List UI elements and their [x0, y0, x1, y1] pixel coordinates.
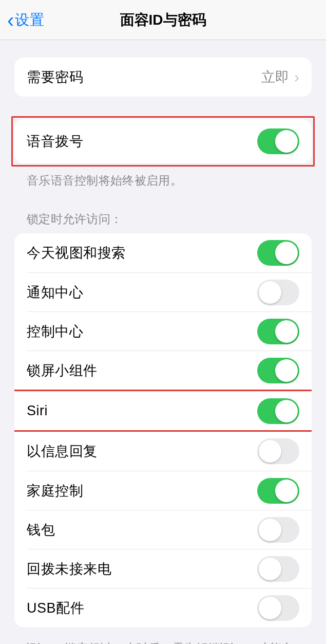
toggle-knob — [259, 519, 281, 541]
lock-access-toggle[interactable] — [257, 595, 299, 621]
lock-access-label: 锁屏小组件 — [27, 361, 98, 380]
lock-access-label: 家庭控制 — [27, 482, 83, 500]
require-passcode-value: 立即 — [261, 68, 289, 86]
lock-access-label: 今天视图和搜索 — [27, 244, 126, 262]
lock-access-row: 回拨未接来电 — [27, 549, 312, 588]
toggle-knob — [259, 558, 281, 580]
lock-access-row: USB配件 — [27, 588, 312, 627]
lock-access-row: 以信息回复 — [14, 432, 312, 471]
nav-bar: ‹ 设置 面容ID与密码 — [0, 0, 326, 40]
lock-access-row: Siri — [14, 391, 312, 430]
lock-access-toggle[interactable] — [257, 517, 299, 543]
toggle-knob — [259, 597, 281, 619]
lock-access-label: 回拨未接来电 — [27, 560, 111, 578]
passcode-group: 需要密码 立即 › — [14, 58, 312, 97]
voice-dial-row: 语音拨号 — [14, 119, 312, 163]
toggle-knob — [259, 440, 281, 463]
toggle-knob — [275, 320, 298, 343]
lock-access-toggle[interactable] — [257, 240, 299, 266]
lock-access-row: 控制中心 — [27, 311, 312, 351]
highlight-voice-dial: 语音拨号 — [11, 116, 315, 167]
lock-access-label: 通知中心 — [27, 283, 83, 302]
lock-access-toggle[interactable] — [257, 280, 299, 305]
chevron-right-icon: › — [294, 68, 299, 86]
toggle-knob — [275, 130, 298, 153]
toggle-knob — [275, 480, 298, 502]
back-label: 设置 — [15, 10, 44, 30]
page-title: 面容ID与密码 — [0, 10, 326, 30]
voice-dial-toggle[interactable] — [257, 128, 299, 154]
toggle-knob — [275, 400, 298, 422]
lock-access-toggle[interactable] — [257, 438, 299, 464]
lock-access-row: 今天视图和搜索 — [14, 233, 312, 272]
lock-access-group: 今天视图和搜索通知中心控制中心锁屏小组件Siri以信息回复家庭控制钱包回拨未接来… — [14, 233, 312, 627]
lock-access-label: USB配件 — [27, 599, 84, 617]
lock-access-toggle[interactable] — [257, 319, 299, 344]
lock-access-row: 钱包 — [27, 510, 312, 549]
lock-access-toggle[interactable] — [257, 358, 299, 383]
highlight-siri: Siri — [14, 390, 312, 432]
lock-access-label: 钱包 — [27, 521, 55, 539]
lock-access-label: 以信息回复 — [27, 442, 98, 461]
lock-access-label: 控制中心 — [27, 322, 83, 341]
toggle-knob — [275, 359, 298, 382]
lock-access-row: 通知中心 — [27, 272, 312, 311]
lock-access-header: 锁定时允许访问： — [14, 211, 312, 233]
voice-dial-footer: 音乐语音控制将始终被启用。 — [14, 167, 312, 189]
lock-access-toggle[interactable] — [257, 398, 299, 424]
voice-dial-group: 语音拨号 — [14, 119, 312, 163]
lock-access-toggle[interactable] — [257, 478, 299, 504]
toggle-knob — [259, 281, 281, 304]
lock-access-footer: iPhone锁定超过一小时后，需先解锁iPhone才能允许USB配件连接。 — [14, 634, 312, 644]
chevron-left-icon: ‹ — [7, 10, 14, 30]
require-passcode-label: 需要密码 — [27, 68, 83, 86]
lock-access-row: 锁屏小组件 — [27, 351, 312, 390]
lock-access-label: Siri — [27, 403, 48, 419]
voice-dial-label: 语音拨号 — [27, 132, 83, 151]
back-button[interactable]: ‹ 设置 — [0, 10, 44, 30]
lock-access-row: 家庭控制 — [27, 471, 312, 510]
toggle-knob — [275, 242, 298, 264]
lock-access-toggle[interactable] — [257, 556, 299, 582]
require-passcode-row[interactable]: 需要密码 立即 › — [14, 58, 312, 97]
